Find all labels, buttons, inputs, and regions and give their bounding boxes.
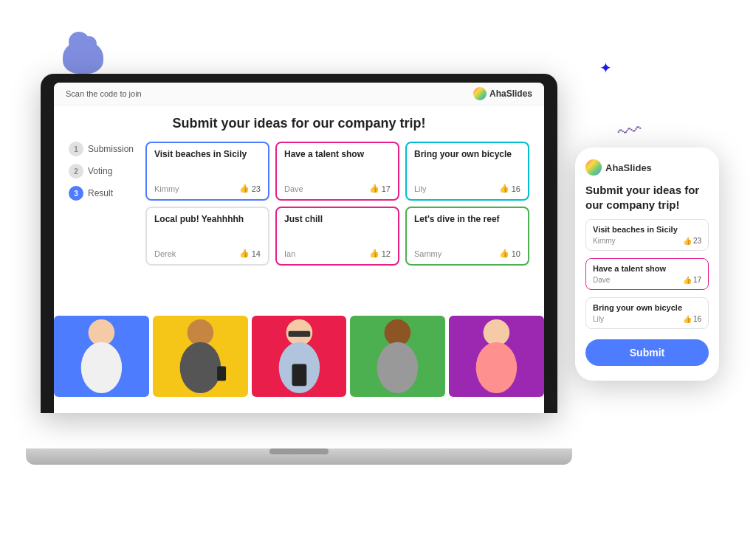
phone-aha-icon <box>585 159 602 176</box>
laptop-notch <box>269 448 329 454</box>
step-1-label: Submission <box>88 144 134 154</box>
card-4: Just chill Ian 👍12 <box>275 207 399 266</box>
aha-logo-icon <box>473 87 487 100</box>
svg-rect-8 <box>217 366 226 381</box>
photo-1 <box>54 316 149 397</box>
step-2: 2 Voting <box>69 164 135 179</box>
svg-rect-14 <box>292 364 306 386</box>
card-2-author: Lily <box>414 184 427 193</box>
thumbs-icon-4: 👍 <box>369 249 379 258</box>
card-5-title: Let's dive in the reef <box>414 214 520 226</box>
phone-card-0-title: Visit beaches in Sicily <box>593 225 701 234</box>
phone-submit-button[interactable]: Submit <box>585 339 709 366</box>
card-4-footer: Ian 👍12 <box>284 249 391 258</box>
step-2-label: Voting <box>88 166 112 176</box>
photo-strip <box>54 316 544 397</box>
phone-card-2: Bring your own bicycle Lily 👍 16 <box>585 297 709 329</box>
card-4-votes: 👍12 <box>369 249 391 258</box>
phone-thumbs-2: 👍 <box>683 315 692 323</box>
card-1-author: Dave <box>284 184 303 193</box>
card-1-title: Have a talent show <box>284 149 391 161</box>
card-0-title: Visit beaches in Sicily <box>154 149 261 161</box>
card-5-footer: Sammy 👍10 <box>414 249 520 258</box>
card-5-author: Sammy <box>414 249 441 258</box>
star-decoration-2: ✦ <box>599 59 612 77</box>
phone-card-0-votes: 👍 23 <box>683 237 701 245</box>
photo-5 <box>449 316 544 397</box>
card-2-votes: 👍16 <box>499 184 520 193</box>
laptop-logo-text: AhaSlides <box>489 89 532 99</box>
card-2-title: Bring your own bicycle <box>414 149 520 161</box>
phone-card-0-footer: Kimmy 👍 23 <box>593 237 701 245</box>
card-2: Bring your own bicycle Lily 👍16 <box>405 142 529 201</box>
card-1-votes: 👍17 <box>369 184 391 193</box>
svg-point-19 <box>484 319 510 346</box>
slide-title: Submit your ideas for our company trip! <box>69 116 529 131</box>
card-1-footer: Dave 👍17 <box>284 184 391 193</box>
phone: AhaSlides Submit your ideas for our comp… <box>575 148 719 381</box>
step-1-circle: 1 <box>69 142 83 156</box>
phone-card-2-votes: 👍 16 <box>683 315 701 323</box>
phone-logo-row: AhaSlides <box>585 159 709 176</box>
card-3-footer: Derek 👍14 <box>154 249 261 258</box>
steps-panel: 1 Submission 2 Voting 3 Result <box>69 142 135 266</box>
card-5: Let's dive in the reef Sammy 👍10 <box>405 207 529 266</box>
card-0: Visit beaches in Sicily Kimmy 👍23 <box>145 142 269 201</box>
card-4-title: Just chill <box>284 214 391 226</box>
svg-point-0 <box>89 319 115 346</box>
card-3-title: Local pub! Yeahhhhh <box>154 214 261 226</box>
svg-rect-10 <box>288 331 310 337</box>
step-3: 3 Result <box>69 186 135 201</box>
phone-thumbs-1: 👍 <box>683 276 692 284</box>
card-4-author: Ian <box>284 249 295 258</box>
card-1: Have a talent show Dave 👍17 <box>275 142 399 201</box>
thumbs-icon-3: 👍 <box>239 249 250 258</box>
phone-card-2-footer: Lily 👍 16 <box>593 315 701 323</box>
card-5-votes: 👍10 <box>499 249 520 258</box>
thumbs-icon-1: 👍 <box>369 184 379 193</box>
scan-text: Scan the code to join <box>66 89 142 98</box>
photo-3 <box>252 316 347 397</box>
laptop-screen-inner: Scan the code to join AhaSlides Submit y… <box>54 83 544 413</box>
phone-card-1-author: Dave <box>593 276 610 284</box>
phone-title: Submit your ideas for our company trip! <box>585 183 709 212</box>
squiggle-decoration: 〰 <box>618 118 642 145</box>
card-0-footer: Kimmy 👍23 <box>154 184 261 193</box>
phone-card-1-footer: Dave 👍 17 <box>593 276 701 284</box>
step-2-circle: 2 <box>69 164 83 179</box>
phone-card-2-title: Bring your own bicycle <box>593 303 701 312</box>
svg-point-15 <box>385 319 411 346</box>
thumbs-icon-0: 👍 <box>239 184 250 193</box>
step-3-circle: 3 <box>69 186 83 201</box>
card-3-author: Derek <box>154 249 176 258</box>
photo-4 <box>350 316 445 397</box>
thumbs-icon-2: 👍 <box>499 184 509 193</box>
laptop-base <box>26 448 572 465</box>
cloud-decoration <box>63 41 103 74</box>
scene: ✦ ✦ 〰 ✦ Scan the code to join AhaSlides <box>0 0 756 537</box>
phone-card-0: Visit beaches in Sicily Kimmy 👍 23 <box>585 219 709 251</box>
cards-grid: Visit beaches in Sicily Kimmy 👍23 Have a… <box>145 142 529 266</box>
step-3-label: Result <box>88 188 113 198</box>
laptop: Scan the code to join AhaSlides Submit y… <box>41 74 557 465</box>
phone-card-2-author: Lily <box>593 315 604 323</box>
phone-thumbs-0: 👍 <box>683 237 692 245</box>
phone-card-1: Have a talent show Dave 👍 17 <box>585 258 709 290</box>
slide-header: Scan the code to join AhaSlides <box>54 83 544 105</box>
thumbs-icon-5: 👍 <box>499 249 509 258</box>
card-0-votes: 👍23 <box>239 184 261 193</box>
step-1: 1 Submission <box>69 142 135 156</box>
phone-logo-text: AhaSlides <box>605 162 652 173</box>
laptop-screen-outer: Scan the code to join AhaSlides Submit y… <box>41 74 557 413</box>
svg-point-4 <box>187 319 213 346</box>
laptop-logo: AhaSlides <box>473 87 532 100</box>
card-3-votes: 👍14 <box>239 249 261 258</box>
slide-body: 1 Submission 2 Voting 3 Result <box>69 142 529 266</box>
card-3: Local pub! Yeahhhhh Derek 👍14 <box>145 207 269 266</box>
card-2-footer: Lily 👍16 <box>414 184 520 193</box>
photo-2 <box>153 316 248 397</box>
phone-card-1-votes: 👍 17 <box>683 276 701 284</box>
phone-card-0-author: Kimmy <box>593 237 616 245</box>
phone-card-1-title: Have a talent show <box>593 264 701 273</box>
card-0-author: Kimmy <box>154 184 179 193</box>
